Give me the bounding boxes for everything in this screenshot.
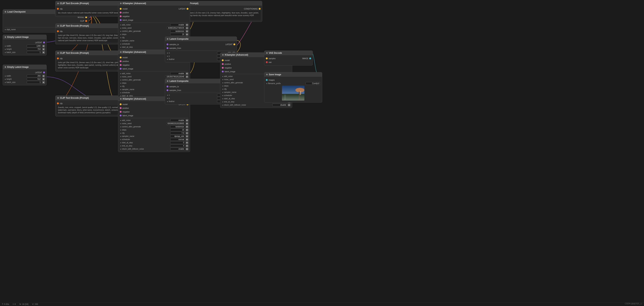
ks1-noise-seed[interactable]: 8396328127365O5	[167, 26, 185, 30]
node-save-image: Save Image images ◄ filename_prefix Comf…	[264, 72, 322, 102]
node-header-empty-latent-2: Empty Latent Image	[3, 65, 46, 69]
ks3-latent-in[interactable]	[120, 114, 122, 116]
lc1-samples-to-in[interactable]	[166, 44, 168, 45]
ks3-add-noise[interactable]: enable	[170, 119, 185, 122]
ks3-sampler-btn[interactable]: ▶	[186, 135, 188, 138]
ks2-latent-in[interactable]	[120, 68, 122, 70]
ks3-control-btn[interactable]: ▶	[186, 126, 188, 128]
clip-in-3[interactable]	[57, 58, 59, 59]
width-value-1[interactable]: 1280	[27, 44, 42, 48]
height-next-1[interactable]: ▶	[42, 48, 45, 50]
ks1-neg-in[interactable]	[120, 15, 122, 17]
height-next-2[interactable]: ▶	[42, 78, 45, 80]
height-value-1[interactable]: 704	[27, 48, 42, 50]
latent-composite-2-title: Latent Composite	[170, 80, 188, 82]
node-empty-latent-2: Empty Latent Image LATENT ◄ width 256 ▶ …	[2, 64, 47, 86]
ks3-end[interactable]: 4	[170, 144, 185, 147]
svg-rect-6	[300, 93, 301, 95]
ks3-cfg-btn[interactable]: ▶	[186, 132, 188, 134]
watermark-text: CSDN @金闪闪_Li	[625, 302, 642, 305]
lc2-samples-to-in[interactable]	[166, 86, 168, 88]
ks3-pos-in[interactable]	[120, 107, 122, 109]
ks1-latent-out[interactable]	[186, 8, 188, 10]
clip-in-1[interactable]	[57, 8, 59, 10]
ks2-add-noise[interactable]: enable	[170, 72, 185, 75]
latent-out-port-2[interactable]	[43, 72, 45, 74]
ks3-steps-btn[interactable]: ▶	[186, 129, 188, 131]
clip-text-4-title: CLIP Text Encode (Prompt)	[60, 97, 89, 99]
node-header-empty-latent-1: Empty Latent Image	[3, 35, 46, 39]
width-next-2[interactable]: ▶	[42, 75, 45, 77]
ks2-seed-btn[interactable]: ▶	[186, 76, 188, 78]
ks3-cfg[interactable]: 7.0	[170, 132, 185, 134]
vae-image-out[interactable]	[309, 58, 311, 59]
ks2-pos-in[interactable]	[120, 60, 122, 62]
clip-in-4[interactable]	[57, 102, 59, 104]
ks3-start-btn[interactable]: ▶	[186, 142, 188, 144]
status-bar: T: 0.00s I: 0 N: 16 [16] V: 150	[0, 302, 644, 306]
ks4-neg-in[interactable]	[222, 67, 224, 69]
ks1-pos-in[interactable]	[120, 12, 122, 14]
ks3-steps[interactable]: 16	[170, 128, 185, 131]
height-value-2[interactable]: 512	[27, 78, 42, 80]
ks3-sampler[interactable]: dpmpp_sde	[170, 135, 185, 138]
ks3-end-btn[interactable]: ▶	[186, 144, 188, 147]
batch-value-1[interactable]: 1	[27, 51, 42, 54]
ks3-add-noise-btn[interactable]: ▶	[186, 119, 188, 122]
ks4-latent-in[interactable]	[222, 70, 224, 72]
ks3-scheduler-btn[interactable]: ▶	[186, 138, 188, 141]
ks1-seed-btn[interactable]: ▶	[186, 27, 188, 30]
ks2-add-noise-btn[interactable]: ▶	[186, 72, 188, 75]
ks4-return-btn[interactable]: ▶	[288, 104, 290, 106]
ks1-add-noise-btn[interactable]: ▶	[186, 24, 188, 26]
save-images-in[interactable]	[266, 79, 268, 81]
filename-prefix-value[interactable]: ComfyUI	[306, 82, 320, 85]
ks3-return[interactable]: enable	[170, 148, 185, 150]
ksampler-4-title: KSampler (Advanced)	[225, 54, 248, 56]
ks4-return[interactable]: disable	[272, 104, 287, 106]
ks1-steps-btn[interactable]: ▶	[186, 33, 188, 36]
vae-vae-in[interactable]	[266, 61, 268, 63]
ks1-add-noise[interactable]: enable	[170, 24, 185, 26]
ks3-scheduler[interactable]: normal	[170, 138, 185, 141]
ks2-neg-in[interactable]	[120, 64, 122, 66]
filename-prefix-label: filename_prefix	[268, 82, 305, 84]
save-image-title: Save Image	[269, 73, 281, 76]
ks3-control-after[interactable]: randomize	[170, 125, 185, 128]
ksampler-2-title: KSampler (Advanced)	[123, 51, 146, 53]
ks2-model-in[interactable]	[120, 56, 122, 58]
ks1-steps[interactable]: 16	[170, 33, 185, 36]
lc2-samples-from-in[interactable]	[166, 89, 168, 91]
width-label-2: width	[6, 75, 26, 77]
ksampler-3-title: KSampler (Advanced)	[123, 98, 146, 100]
ckpt-name-label: ckpt_name	[6, 28, 56, 30]
batch-value-2[interactable]: 1	[27, 81, 42, 84]
ks1-control-btn[interactable]: ▶	[186, 30, 188, 32]
vae-samples-in[interactable]	[266, 58, 268, 59]
ks1-model-in[interactable]	[120, 8, 122, 10]
width-value-2[interactable]: 256	[27, 74, 42, 77]
clip-output-port[interactable]	[85, 20, 87, 22]
ks3-noise-seed[interactable]: 6069882810028665	[166, 122, 185, 125]
ks4-model-in[interactable]	[222, 59, 224, 61]
empty-latent-1-title: Empty Latent Image	[7, 36, 29, 38]
lc1-samples-from-in[interactable]	[166, 47, 168, 49]
ks3-neg-in[interactable]	[120, 111, 122, 113]
ks1-control-after[interactable]: randomize	[170, 30, 185, 32]
lc1-latent-out[interactable]	[234, 44, 235, 45]
width-next-1[interactable]: ▶	[42, 45, 45, 48]
batch-next-1[interactable]: ▶	[42, 51, 45, 54]
clip-in-2[interactable]	[57, 30, 59, 32]
conditioning-out-5[interactable]	[259, 8, 260, 10]
ks3-return-btn[interactable]: ▶	[186, 148, 188, 150]
ks3-model-in[interactable]	[120, 103, 122, 105]
latent-out-port-1[interactable]	[43, 42, 45, 44]
ks2-noise-seed[interactable]: 10535079618120048	[165, 75, 185, 78]
ks3-start[interactable]: 0	[170, 141, 185, 144]
status-time: T: 0.00s	[2, 303, 9, 305]
status-n: N: 16 [16]	[20, 303, 28, 305]
ks3-seed-btn[interactable]: ▶	[186, 122, 188, 125]
batch-next-2[interactable]: ▶	[42, 81, 45, 84]
ks4-pos-in[interactable]	[222, 63, 224, 65]
ks1-latent-in[interactable]	[120, 19, 122, 21]
